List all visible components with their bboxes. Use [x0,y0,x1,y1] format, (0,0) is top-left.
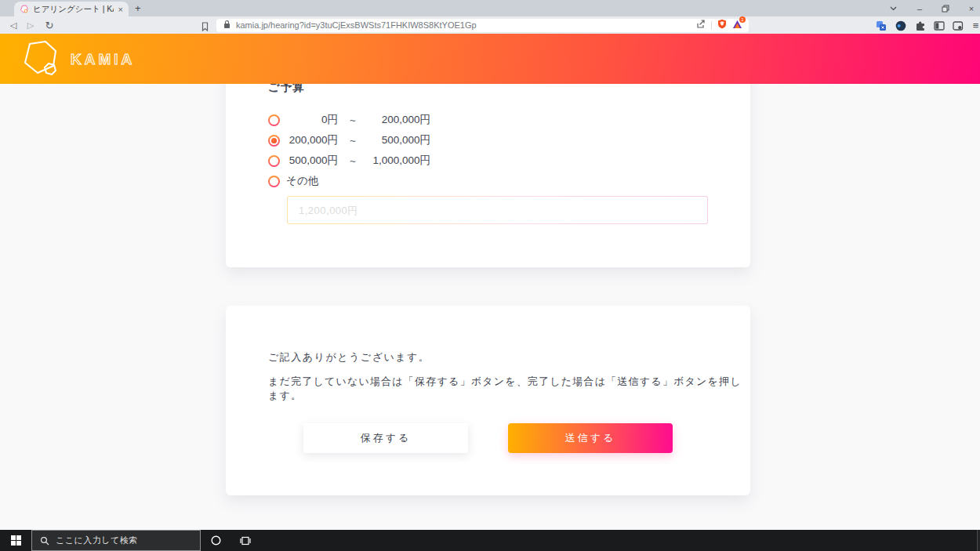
page-content: ご予算* 0円 ~ 200,000円 200,000円 ~ 500,000円 5… [0,34,980,530]
radio-icon[interactable] [268,155,280,167]
option-to: 500,000円 [368,133,430,147]
brand-logo-mark-icon [20,40,60,78]
windows-logo-icon [11,535,21,546]
task-view-icon [240,536,251,546]
windows-taskbar: ここに入力して検索 [0,530,980,551]
forward-button[interactable]: ▷ [24,18,38,32]
reading-list-icon[interactable] [952,20,964,31]
extension-icon[interactable]: 1 [732,18,742,32]
site-header: KAMIA [0,34,980,84]
option-tilde: ~ [343,155,362,167]
extension-badge: 1 [739,16,746,23]
restore-button[interactable] [935,0,956,16]
tab-search-chevron-icon[interactable] [883,0,903,16]
url-text: kamia.jp/hearing?id=y3tuCjExsBWSts71FHKI… [236,20,695,30]
tab-strip: ヒアリングシート | KAMIA × + – × [0,0,980,16]
option-from: 0円 [286,113,338,127]
address-bar-actions: 1 [695,18,742,32]
taskbar-search-placeholder: ここに入力して検索 [56,535,138,546]
option-from: 200,000円 [286,133,338,147]
brand-wordmark: KAMIA [71,49,165,68]
brave-shield-icon[interactable] [717,18,727,32]
submit-button[interactable]: 送信する [508,423,673,453]
thanks-text: ご記入ありがとうございます。 [268,350,430,364]
task-view-button[interactable] [230,530,260,551]
budget-radio-group: 0円 ~ 200,000円 200,000円 ~ 500,000円 500,00… [268,110,430,191]
tab-close-icon[interactable]: × [118,5,123,14]
search-icon [40,536,49,546]
instruction-text: まだ完了していない場合は「保存する」ボタンを、完了した場合は「送信する」ボタンを… [268,375,750,403]
option-from: 500,000円 [286,154,338,168]
radio-checked-icon[interactable] [268,135,280,147]
budget-option-row-other[interactable]: その他 [268,171,430,191]
completion-card: ご記入ありがとうございます。 まだ完了していない場合は「保存する」ボタンを、完了… [226,306,750,495]
sidebar-icon[interactable] [933,20,945,31]
budget-option-row[interactable]: 0円 ~ 200,000円 [268,110,430,130]
radio-icon[interactable] [268,114,280,126]
browser-toolbar: ◁ ▷ ↻ kamia.jp/hearing?id=y3tuCjExsBWSts… [0,16,980,34]
share-icon[interactable] [695,18,706,32]
option-tilde: ~ [343,135,362,147]
option-to: 200,000円 [368,113,430,127]
browser-chrome: ヒアリングシート | KAMIA × + – × ◁ ▷ ↻ kamia.jp/… [0,0,980,34]
browser-tab[interactable]: ヒアリングシート | KAMIA × [14,2,129,16]
divider [711,21,712,30]
budget-card: ご予算* 0円 ~ 200,000円 200,000円 ~ 500,000円 5… [226,65,750,267]
close-button[interactable]: × [961,0,980,16]
budget-option-row[interactable]: 500,000円 ~ 1,000,000円 [268,150,430,171]
menu-icon[interactable]: ≡ [970,20,980,31]
translate-icon[interactable] [875,20,887,31]
bookmark-icon[interactable] [201,20,209,34]
budget-option-row[interactable]: 200,000円 ~ 500,000円 [268,130,430,150]
start-button[interactable] [0,530,31,551]
other-budget-input[interactable] [287,196,708,224]
radio-icon[interactable] [268,176,280,187]
minimize-button[interactable]: – [909,0,930,16]
back-button[interactable]: ◁ [6,18,20,32]
lock-icon [224,24,230,28]
extensions-puzzle-icon[interactable] [914,20,926,31]
address-bar[interactable]: kamia.jp/hearing?id=y3tuCjExsBWSts71FHKI… [216,19,749,32]
option-other-label: その他 [286,174,318,188]
profile-avatar-icon[interactable] [895,20,906,31]
show-desktop-button[interactable] [977,530,980,551]
site-favicon-icon [20,5,28,13]
brand-logo: KAMIA [20,40,165,78]
option-tilde: ~ [343,114,362,126]
reload-button[interactable]: ↻ [42,18,56,32]
save-button[interactable]: 保存する [303,423,468,453]
tab-title: ヒアリングシート | KAMIA [33,4,114,15]
cortana-icon [211,535,221,546]
option-to: 1,000,000円 [368,154,430,168]
brand-wordmark-text: KAMIA [71,51,135,67]
new-tab-button[interactable]: + [135,2,141,14]
cortana-button[interactable] [201,530,230,551]
taskbar-search[interactable]: ここに入力して検索 [31,530,201,551]
